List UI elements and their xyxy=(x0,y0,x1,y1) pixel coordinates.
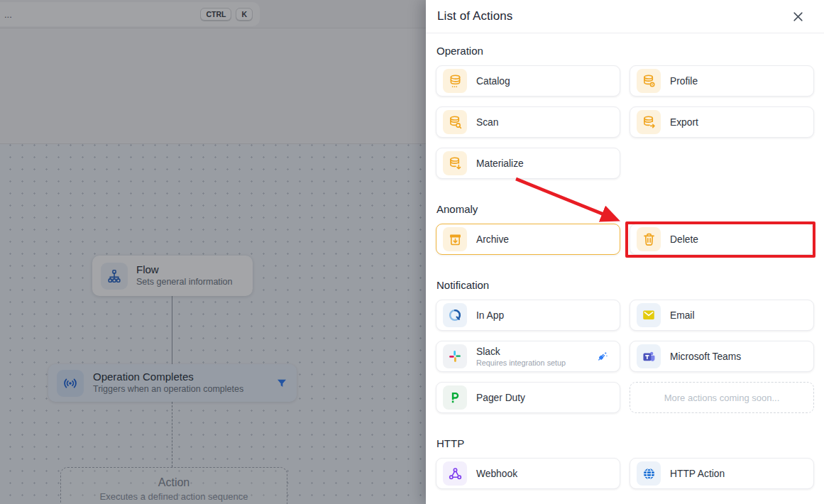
more-actions-placeholder-card: More actions coming soon... xyxy=(630,382,814,413)
webhook-icon xyxy=(443,461,467,486)
action-card-materialize[interactable]: Materialize xyxy=(436,148,620,179)
archive-icon xyxy=(443,227,467,251)
section-title: Operation xyxy=(436,45,814,57)
panel-title: List of Actions xyxy=(437,9,512,23)
section-http: HTTP Webhook xyxy=(436,437,814,489)
slack-requires-setup-note: Requires integration setup xyxy=(476,358,566,367)
section-anomaly: Anomaly Archive xyxy=(436,203,814,255)
action-card-archive[interactable]: Archive xyxy=(436,224,620,255)
globe-icon xyxy=(637,461,661,486)
action-card-delete[interactable]: Delete xyxy=(630,224,814,255)
section-title: HTTP xyxy=(436,437,814,449)
section-title: Anomaly xyxy=(436,203,814,215)
integration-plug-icon[interactable] xyxy=(595,350,608,363)
section-notification: Notification In App xyxy=(436,279,814,413)
slack-icon xyxy=(443,344,467,368)
panel-body: Operation xyxy=(426,33,824,489)
action-card-webhook[interactable]: Webhook xyxy=(436,458,620,489)
email-icon xyxy=(637,303,661,327)
list-of-actions-panel: List of Actions Operation xyxy=(426,0,824,504)
action-card-profile[interactable]: Profile xyxy=(630,65,814,97)
app-screen: ... CTRL K xyxy=(0,0,824,504)
close-icon xyxy=(793,11,803,22)
action-card-email[interactable]: Email xyxy=(630,300,814,331)
action-card-export[interactable]: Export xyxy=(630,106,814,138)
pagerduty-icon xyxy=(443,385,467,410)
close-button[interactable] xyxy=(789,7,807,26)
microsoft-teams-icon xyxy=(637,344,661,368)
profile-database-icon xyxy=(637,69,661,93)
materialize-database-icon xyxy=(443,151,467,175)
action-card-catalog[interactable]: Catalog xyxy=(436,65,620,97)
flow-editor-canvas: ... CTRL K xyxy=(0,0,427,504)
section-title: Notification xyxy=(436,279,814,291)
in-app-icon xyxy=(443,303,467,327)
section-operation: Operation xyxy=(436,45,814,179)
action-card-in-app[interactable]: In App xyxy=(436,300,620,331)
panel-header: List of Actions xyxy=(426,0,824,33)
catalog-database-icon xyxy=(443,69,467,93)
action-card-slack[interactable]: Slack Requires integration setup xyxy=(436,341,620,372)
action-card-microsoft-teams[interactable]: Microsoft Teams xyxy=(630,341,814,372)
modal-backdrop[interactable] xyxy=(0,0,427,504)
export-database-icon xyxy=(637,110,661,134)
action-card-pager-duty[interactable]: Pager Duty xyxy=(436,382,620,413)
scan-database-icon xyxy=(443,110,467,134)
trash-icon xyxy=(637,227,661,251)
action-card-scan[interactable]: Scan xyxy=(436,106,620,138)
action-card-http-action[interactable]: HTTP Action xyxy=(630,458,814,489)
